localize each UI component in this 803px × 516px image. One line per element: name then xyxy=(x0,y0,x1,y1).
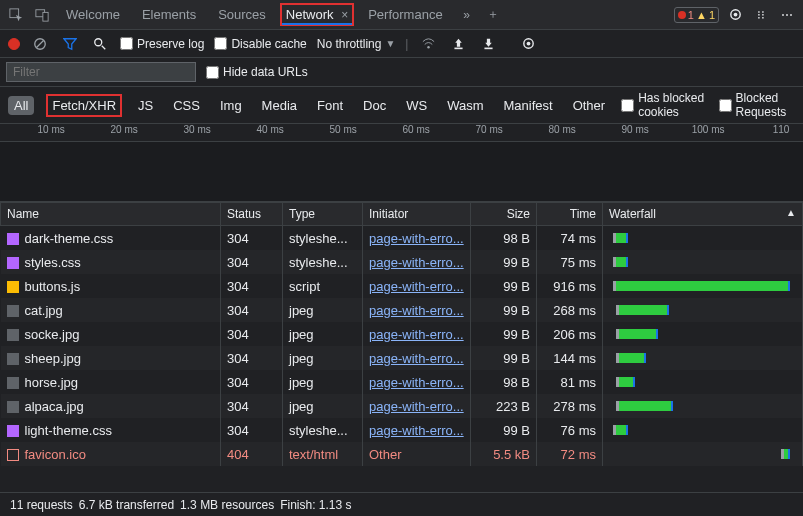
filter-input[interactable] xyxy=(6,62,196,82)
initiator-link[interactable]: page-with-erro... xyxy=(369,279,464,294)
blocked-requests-checkbox[interactable]: Blocked Requests xyxy=(719,91,795,119)
request-status: 304 xyxy=(221,322,283,346)
request-status: 304 xyxy=(221,418,283,442)
has-blocked-cookies-checkbox[interactable]: Has blocked cookies xyxy=(621,91,706,119)
col-type[interactable]: Type xyxy=(283,203,363,226)
chevron-down-icon: ▼ xyxy=(385,38,395,49)
col-time[interactable]: Time xyxy=(537,203,603,226)
search-icon[interactable] xyxy=(90,34,110,54)
request-type: styleshe... xyxy=(283,418,363,442)
throttling-select[interactable]: No throttling ▼ xyxy=(317,37,396,51)
ruler-tick: 110 xyxy=(773,124,790,135)
issue-badges[interactable]: 1 ▲1 xyxy=(674,7,719,23)
type-other[interactable]: Other xyxy=(569,96,610,115)
sort-asc-icon: ▲ xyxy=(786,207,796,218)
more-tabs-icon[interactable]: » xyxy=(457,5,477,25)
type-font[interactable]: Font xyxy=(313,96,347,115)
gear-icon[interactable] xyxy=(725,5,745,25)
add-tab-icon[interactable]: ＋ xyxy=(483,5,503,25)
initiator-link[interactable]: page-with-erro... xyxy=(369,351,464,366)
ruler-tick: 80 ms xyxy=(548,124,575,135)
table-row[interactable]: horse.jpg304jpegpage-with-erro...98 B81 … xyxy=(1,370,803,394)
request-time: 81 ms xyxy=(537,370,603,394)
table-row[interactable]: cat.jpg304jpegpage-with-erro...99 B268 m… xyxy=(1,298,803,322)
file-icon xyxy=(7,281,19,293)
device-toggle-icon[interactable] xyxy=(32,5,52,25)
request-size: 99 B xyxy=(471,274,537,298)
request-type: styleshe... xyxy=(283,226,363,251)
col-waterfall[interactable]: Waterfall▲ xyxy=(603,203,803,226)
table-row[interactable]: buttons.js304scriptpage-with-erro...99 B… xyxy=(1,274,803,298)
tab-performance[interactable]: Performance xyxy=(360,1,450,28)
clear-icon[interactable] xyxy=(30,34,50,54)
table-row[interactable]: favicon.ico404text/htmlOther5.5 kB72 ms xyxy=(1,442,803,466)
request-size: 98 B xyxy=(471,370,537,394)
type-js[interactable]: JS xyxy=(134,96,157,115)
request-name: buttons.js xyxy=(25,279,81,294)
timeline-ruler: 10 ms20 ms30 ms40 ms50 ms60 ms70 ms80 ms… xyxy=(0,124,803,142)
type-media[interactable]: Media xyxy=(258,96,301,115)
type-doc[interactable]: Doc xyxy=(359,96,390,115)
request-name: styles.css xyxy=(25,255,81,270)
col-status[interactable]: Status xyxy=(221,203,283,226)
initiator-link[interactable]: page-with-erro... xyxy=(369,399,464,414)
file-icon xyxy=(7,401,19,413)
close-icon[interactable]: × xyxy=(341,8,348,22)
initiator-link[interactable]: page-with-erro... xyxy=(369,327,464,342)
col-name[interactable]: Name xyxy=(1,203,221,226)
request-name: socke.jpg xyxy=(25,327,80,342)
type-all[interactable]: All xyxy=(8,96,34,115)
tab-network-label: Network xyxy=(286,7,334,22)
record-button[interactable] xyxy=(8,38,20,50)
table-row[interactable]: light-theme.css304styleshe...page-with-e… xyxy=(1,418,803,442)
wifi-icon[interactable] xyxy=(418,34,438,54)
timeline-overview[interactable] xyxy=(0,142,803,202)
ruler-tick: 70 ms xyxy=(475,124,502,135)
tab-network[interactable]: Network × xyxy=(280,3,354,26)
svg-rect-11 xyxy=(484,48,492,50)
type-wasm[interactable]: Wasm xyxy=(443,96,487,115)
initiator-link[interactable]: page-with-erro... xyxy=(369,423,464,438)
request-type: text/html xyxy=(283,442,363,466)
type-css[interactable]: CSS xyxy=(169,96,204,115)
disable-cache-checkbox[interactable]: Disable cache xyxy=(214,37,306,51)
initiator-link[interactable]: page-with-erro... xyxy=(369,231,464,246)
ruler-tick: 30 ms xyxy=(183,124,210,135)
initiator-link[interactable]: page-with-erro... xyxy=(369,255,464,270)
svg-point-13 xyxy=(527,42,531,46)
type-manifest[interactable]: Manifest xyxy=(499,96,556,115)
table-row[interactable]: styles.css304styleshe...page-with-erro..… xyxy=(1,250,803,274)
hide-data-urls-checkbox[interactable]: Hide data URLs xyxy=(206,65,308,79)
table-row[interactable]: alpaca.jpg304jpegpage-with-erro...223 B2… xyxy=(1,394,803,418)
tab-welcome[interactable]: Welcome xyxy=(58,1,128,28)
col-size[interactable]: Size xyxy=(471,203,537,226)
type-img[interactable]: Img xyxy=(216,96,246,115)
table-row[interactable]: socke.jpg304jpegpage-with-erro...99 B206… xyxy=(1,322,803,346)
upload-icon[interactable] xyxy=(448,34,468,54)
inspect-icon[interactable] xyxy=(6,5,26,25)
tab-elements[interactable]: Elements xyxy=(134,1,204,28)
file-icon xyxy=(7,353,19,365)
initiator-link[interactable]: page-with-erro... xyxy=(369,303,464,318)
request-type: script xyxy=(283,274,363,298)
svg-line-6 xyxy=(37,40,44,47)
download-icon[interactable] xyxy=(478,34,498,54)
request-status: 304 xyxy=(221,250,283,274)
experiments-icon[interactable]: ⁝⁝ xyxy=(751,5,771,25)
table-row[interactable]: dark-theme.css304styleshe...page-with-er… xyxy=(1,226,803,251)
panel-settings-icon[interactable] xyxy=(518,34,538,54)
preserve-log-checkbox[interactable]: Preserve log xyxy=(120,37,204,51)
waterfall-cell xyxy=(609,445,796,463)
kebab-menu-icon[interactable]: ⋯ xyxy=(777,5,797,25)
status-bar: 11 requests 6.7 kB transferred 1.3 MB re… xyxy=(0,492,803,516)
request-type: jpeg xyxy=(283,346,363,370)
table-row[interactable]: sheep.jpg304jpegpage-with-erro...99 B144… xyxy=(1,346,803,370)
request-time: 916 ms xyxy=(537,274,603,298)
type-ws[interactable]: WS xyxy=(402,96,431,115)
filter-toggle-icon[interactable] xyxy=(60,34,80,54)
initiator-link[interactable]: page-with-erro... xyxy=(369,375,464,390)
col-initiator[interactable]: Initiator xyxy=(363,203,471,226)
tab-sources[interactable]: Sources xyxy=(210,1,274,28)
request-status: 304 xyxy=(221,298,283,322)
type-fetch-xhr[interactable]: Fetch/XHR xyxy=(46,94,122,117)
